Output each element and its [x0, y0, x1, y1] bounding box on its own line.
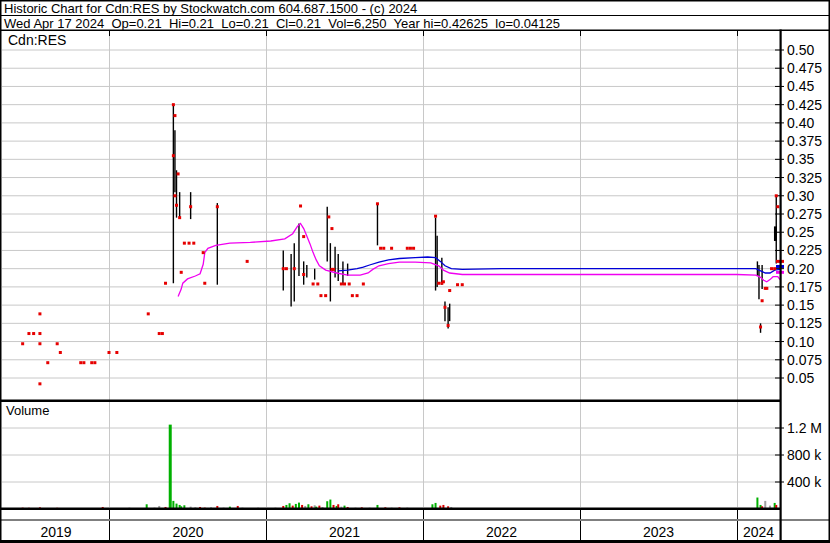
- background: [0, 0, 830, 543]
- trade-dot: [312, 282, 315, 285]
- price-axis-label: 0.05: [787, 370, 814, 386]
- price-axis-label: 0.30: [787, 188, 814, 204]
- trade-dot: [437, 282, 440, 285]
- volume-bar: [756, 498, 758, 509]
- price-axis-label: 0.175: [787, 279, 822, 295]
- price-axis-label: 0.325: [787, 170, 822, 186]
- trade-dot: [175, 204, 178, 207]
- trade-dot: [302, 273, 305, 276]
- frame-left: [0, 0, 2, 543]
- trade-dot: [324, 294, 327, 297]
- trade-dot: [327, 215, 330, 218]
- trade-dot: [285, 267, 288, 270]
- trade-dot: [38, 382, 41, 385]
- trade-dot: [299, 204, 302, 207]
- volume-axis-label: 1.2 M: [787, 420, 822, 436]
- trade-dot: [180, 271, 183, 274]
- volume-bar: [169, 425, 172, 509]
- year-label: 2021: [329, 524, 360, 540]
- trade-dot: [93, 361, 96, 364]
- trade-dot: [330, 227, 333, 230]
- trade-dot: [82, 361, 85, 364]
- quote-info-line: Wed Apr 17 2024 Op=0.21 Hi=0.21 Lo=0.21 …: [4, 17, 560, 30]
- trade-dot: [38, 312, 41, 315]
- trade-dot: [202, 251, 205, 254]
- trade-dot: [351, 294, 354, 297]
- trade-dot: [443, 306, 446, 309]
- trade-dot: [332, 268, 335, 271]
- trade-dot: [773, 267, 776, 270]
- trade-dot: [192, 242, 195, 245]
- trade-dot: [412, 247, 415, 250]
- trade-dot: [356, 294, 359, 297]
- trade-dot: [246, 260, 249, 263]
- price-axis-label: 0.35: [787, 151, 814, 167]
- trade-dot: [177, 172, 180, 175]
- trade-dot: [765, 287, 768, 290]
- trade-dot: [108, 351, 111, 354]
- year-label: 2024: [743, 524, 774, 540]
- trade-dot: [189, 205, 192, 208]
- trade-dot: [302, 235, 305, 238]
- trade-dot: [343, 282, 346, 285]
- trade-dot: [319, 294, 322, 297]
- price-axis-label: 0.075: [787, 352, 822, 368]
- trade-dot: [340, 282, 343, 285]
- trade-dot: [434, 215, 437, 218]
- trade-dot: [173, 114, 176, 117]
- trade-dot: [770, 267, 773, 270]
- trade-dot: [172, 103, 175, 106]
- trade-dot: [79, 361, 82, 364]
- price-axis-label: 0.125: [787, 315, 822, 331]
- price-axis-label: 0.45: [787, 78, 814, 94]
- trade-dot: [362, 282, 365, 285]
- year-label: 2019: [40, 524, 71, 540]
- price-axis-label: 0.50: [787, 42, 814, 58]
- trade-dot: [379, 247, 382, 250]
- trade-dot: [38, 332, 41, 335]
- trade-dot: [46, 361, 49, 364]
- trade-dot: [316, 282, 319, 285]
- trade-dot: [776, 205, 779, 208]
- symbol-label: Cdn:RES: [8, 34, 66, 47]
- year-label: 2020: [172, 524, 203, 540]
- trade-dot: [173, 194, 176, 197]
- price-axis-label: 0.275: [787, 206, 822, 222]
- trade-dot: [282, 267, 285, 270]
- trade-dot: [216, 205, 219, 208]
- trade-dot: [442, 280, 445, 283]
- year-label: 2023: [643, 524, 674, 540]
- trade-dot: [147, 312, 150, 315]
- trade-dot: [390, 247, 393, 250]
- trade-dot: [448, 289, 451, 292]
- trade-dot: [376, 202, 379, 205]
- price-volume-separator: [0, 400, 781, 403]
- trade-dot: [382, 247, 385, 250]
- price-axis-label: 0.20: [787, 261, 814, 277]
- xaxis-top-line: [0, 520, 830, 521]
- price-axis-label: 0.25: [787, 224, 814, 240]
- price-axis-label: 0.375: [787, 133, 822, 149]
- trade-dot: [21, 342, 24, 345]
- trade-dot: [761, 299, 764, 302]
- trade-dot: [164, 282, 167, 285]
- trade-dot: [406, 247, 409, 250]
- trade-dot: [293, 267, 296, 270]
- trade-dot: [409, 247, 412, 250]
- trade-dot: [158, 332, 161, 335]
- trade-dot: [172, 154, 175, 157]
- volume-panel-label: Volume: [6, 404, 49, 417]
- trade-dot: [183, 242, 186, 245]
- trade-dot: [38, 342, 41, 345]
- trade-dot: [59, 351, 62, 354]
- chart-title: Historic Chart for Cdn:RES by Stockwatch…: [4, 2, 417, 15]
- price-axis-label: 0.40: [787, 115, 814, 131]
- volume-axis-label: 400 k: [787, 474, 822, 490]
- trade-dot: [115, 351, 118, 354]
- trade-dot: [178, 216, 181, 219]
- trade-dot: [447, 324, 450, 327]
- price-axis-label: 0.225: [787, 242, 822, 258]
- trade-dot: [27, 332, 30, 335]
- trade-dot: [203, 282, 206, 285]
- last-bar-body: [774, 226, 777, 241]
